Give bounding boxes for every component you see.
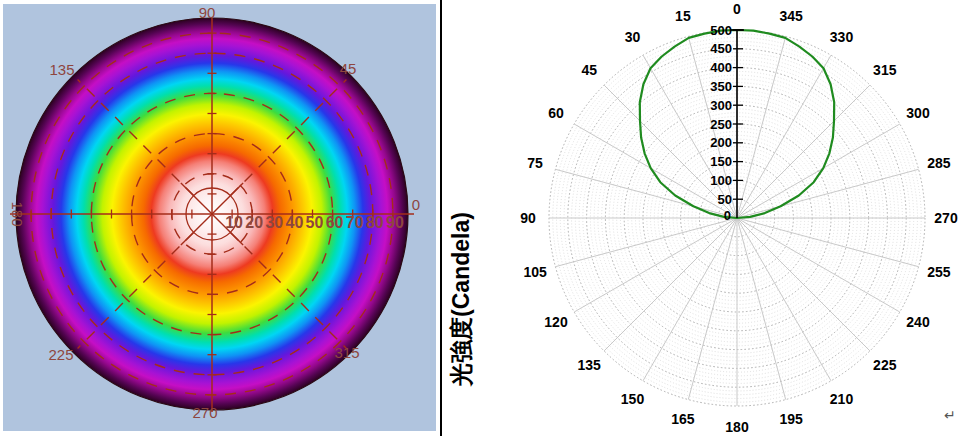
photometric-report: 10203040506070809004590135180225270315 光… bbox=[0, 0, 962, 436]
angle-label: 15 bbox=[675, 8, 691, 24]
angle-label: 255 bbox=[927, 264, 951, 280]
radial-tick-label: 10 bbox=[225, 214, 243, 231]
angle-label: 135 bbox=[578, 357, 602, 373]
angle-ray bbox=[574, 218, 737, 312]
radial-tick-label: 250 bbox=[710, 117, 732, 132]
angle-label: 180 bbox=[9, 201, 26, 226]
radial-tick-label: 80 bbox=[366, 214, 384, 231]
angle-label: 90 bbox=[199, 4, 216, 21]
polar-intensity-chart[interactable]: 光強度(Candela) 500450400350300250200150100… bbox=[442, 0, 962, 436]
angle-ray bbox=[737, 36, 786, 218]
iso-candela-chart[interactable]: 10203040506070809004590135180225270315 bbox=[3, 4, 436, 431]
radial-tick-label: 20 bbox=[245, 214, 263, 231]
radial-tick-label: 500 bbox=[710, 23, 732, 38]
radial-tick-label: 50 bbox=[306, 214, 324, 231]
angle-label: 330 bbox=[830, 29, 854, 45]
angle-label: 210 bbox=[830, 391, 854, 407]
radial-tick-label: 350 bbox=[710, 79, 732, 94]
angle-label: 0 bbox=[733, 1, 741, 17]
angle-ray bbox=[555, 218, 737, 267]
radial-tick-label: 400 bbox=[710, 60, 732, 75]
angle-label: 225 bbox=[873, 357, 897, 373]
radial-tick-label: 0 bbox=[724, 208, 731, 223]
angle-label: 75 bbox=[527, 155, 543, 171]
radial-tick-label: 40 bbox=[286, 214, 304, 231]
angle-label: 105 bbox=[523, 264, 547, 280]
angle-label: 240 bbox=[906, 314, 930, 330]
angle-label: 345 bbox=[779, 8, 803, 24]
angle-label: 45 bbox=[581, 62, 597, 78]
angle-ray bbox=[737, 218, 870, 351]
iso-candela-svg: 10203040506070809004590135180225270315 bbox=[3, 4, 436, 431]
angle-label: 135 bbox=[49, 61, 74, 78]
angle-label: 90 bbox=[520, 210, 536, 226]
angle-label: 120 bbox=[544, 314, 568, 330]
angle-label: 195 bbox=[779, 411, 803, 427]
paragraph-return-mark: ↵ bbox=[944, 407, 956, 423]
angle-label: 150 bbox=[621, 391, 645, 407]
radial-tick-label: 100 bbox=[710, 173, 732, 188]
radial-tick-label: 200 bbox=[710, 135, 732, 150]
angle-label: 315 bbox=[873, 62, 897, 78]
angle-label: 270 bbox=[934, 210, 958, 226]
angle-label: 30 bbox=[625, 29, 641, 45]
radial-tick-label: 70 bbox=[346, 214, 364, 231]
angle-label: 45 bbox=[340, 60, 357, 77]
angle-label: 300 bbox=[906, 105, 930, 121]
angle-ray bbox=[604, 218, 737, 351]
radial-tick-label: 90 bbox=[386, 214, 404, 231]
radial-tick-label: 450 bbox=[710, 41, 732, 56]
angle-label: 285 bbox=[927, 155, 951, 171]
angle-label: 270 bbox=[192, 404, 217, 421]
radial-tick-label: 60 bbox=[326, 214, 344, 231]
angle-label: 0 bbox=[412, 196, 420, 213]
polar-plot-area: 5004504003503002502001501005000153045607… bbox=[442, 0, 962, 436]
angle-label: 165 bbox=[671, 411, 695, 427]
radial-tick-label: 300 bbox=[710, 98, 732, 113]
angle-label: 60 bbox=[548, 105, 564, 121]
angle-ray bbox=[737, 218, 919, 267]
angle-ray bbox=[643, 218, 737, 381]
angle-ray bbox=[737, 85, 870, 218]
radial-tick-label: 150 bbox=[710, 154, 732, 169]
radial-tick-label: 30 bbox=[265, 214, 283, 231]
angle-label: 315 bbox=[334, 344, 359, 361]
radial-tick-label: 50 bbox=[718, 192, 732, 207]
angle-label: 225 bbox=[48, 346, 73, 363]
polar-intensity-svg: 5004504003503002502001501005000153045607… bbox=[442, 0, 962, 436]
angle-label: 180 bbox=[725, 419, 749, 435]
